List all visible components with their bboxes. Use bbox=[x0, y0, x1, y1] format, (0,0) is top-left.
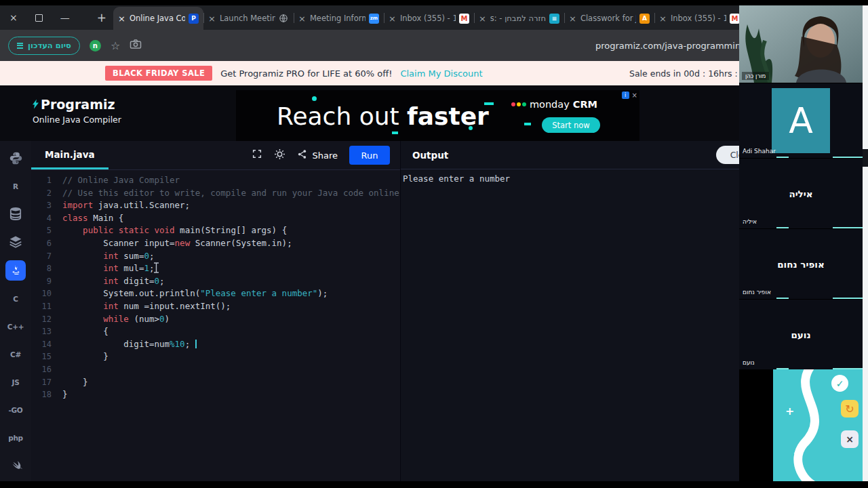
line-number: 7 bbox=[31, 250, 52, 263]
bookmark-star-icon[interactable]: ☆ bbox=[111, 39, 120, 52]
page-scrollbar[interactable] bbox=[863, 5, 868, 481]
code-text: System.out.println("Please enter a numbe… bbox=[62, 287, 328, 300]
tab-close-icon[interactable]: × bbox=[569, 14, 576, 24]
sidebar-item-javascript[interactable]: JS bbox=[5, 373, 26, 392]
window-close-button[interactable]: × bbox=[9, 13, 18, 22]
code-line: 1// Online Java Compiler bbox=[31, 174, 400, 187]
tab-close-icon[interactable]: × bbox=[389, 14, 396, 24]
file-tab-main-java[interactable]: Main.java bbox=[31, 141, 108, 169]
ad-banner[interactable]: Reach out faster mondayCRM Start now i × bbox=[236, 90, 639, 141]
sale-discount-link[interactable]: Claim My Discount bbox=[400, 68, 482, 79]
participant-tile[interactable]: איליהאיליה bbox=[739, 158, 863, 228]
line-number: 10 bbox=[31, 287, 52, 300]
code-line: 6 Scanner input=new Scanner(System.in); bbox=[31, 237, 400, 250]
sidebar-item-go[interactable]: -GO bbox=[5, 401, 26, 420]
line-number: 12 bbox=[31, 313, 52, 326]
ad-info-icon[interactable]: i bbox=[622, 92, 629, 99]
participant-tile[interactable]: נועםנועם bbox=[739, 299, 863, 369]
sidebar-item-html[interactable] bbox=[5, 232, 26, 251]
editor-panel: Main.java Share Run 1// Online Java Comp… bbox=[31, 141, 400, 481]
mouse-ibeam-cursor bbox=[153, 262, 159, 276]
new-tab-button[interactable]: + bbox=[97, 11, 106, 24]
php-icon: php bbox=[8, 434, 23, 442]
share-button[interactable]: Share bbox=[297, 149, 338, 161]
window-minimize-button[interactable]: — bbox=[60, 13, 70, 22]
screenshot-camera-icon[interactable] bbox=[130, 39, 142, 52]
csharp-icon: C# bbox=[10, 350, 21, 359]
browser-tab[interactable]: ×Inbox (355) - 10M bbox=[384, 7, 474, 30]
ad-cta-button[interactable]: Start now bbox=[542, 117, 600, 133]
tab-close-icon[interactable]: × bbox=[659, 14, 667, 24]
close-icon[interactable]: × bbox=[841, 430, 859, 448]
line-number: 1 bbox=[31, 174, 52, 187]
participant-tile[interactable]: AAdi Shahar bbox=[739, 83, 863, 158]
extension-badge[interactable]: n bbox=[90, 40, 101, 52]
site-header: Programiz Online Java Compiler Reach out… bbox=[0, 85, 868, 141]
programiz-logo[interactable]: Programiz Online Java Compiler bbox=[33, 97, 121, 125]
fullscreen-icon[interactable] bbox=[252, 148, 262, 162]
check-icon: ✓ bbox=[831, 375, 848, 392]
tab-label: Launch Meeting bbox=[220, 14, 275, 23]
window-controls: ×— bbox=[0, 5, 79, 30]
tab-close-icon[interactable]: × bbox=[208, 14, 216, 24]
sidebar-item-php[interactable]: php bbox=[5, 428, 26, 447]
top-letterbox bbox=[0, 0, 868, 5]
sidebar-item-swift[interactable] bbox=[5, 456, 26, 475]
tab-close-icon[interactable]: × bbox=[298, 14, 306, 24]
screen: ×— + ×Online Java ConP×Launch Meeting×Me… bbox=[0, 0, 868, 488]
zoom-icon: zm bbox=[369, 14, 379, 24]
code-line: 5 public static void main(String[] args)… bbox=[31, 224, 400, 237]
participant-label: נועם bbox=[743, 359, 755, 366]
ad-brand: mondayCRM bbox=[511, 99, 597, 110]
line-number: 13 bbox=[31, 325, 52, 338]
tab-close-icon[interactable]: × bbox=[479, 14, 486, 24]
participant-tile[interactable]: אופיר נחוםאופיר נחום bbox=[739, 228, 863, 299]
sidebar-item-java[interactable] bbox=[5, 260, 26, 281]
sale-message: Get Programiz PRO for LIFE at 60% off! bbox=[220, 68, 392, 79]
browser-tab[interactable]: ×Meeting Informzm bbox=[294, 7, 384, 30]
ad-close-icon[interactable]: × bbox=[632, 92, 637, 99]
share-label: Share bbox=[312, 150, 338, 161]
window-maximize-button[interactable] bbox=[35, 14, 43, 22]
video-name-tag: מורן כהן bbox=[742, 72, 769, 80]
code-editor[interactable]: 1// Online Java Compiler2// Use this edi… bbox=[31, 169, 400, 481]
database-icon bbox=[9, 207, 22, 222]
ad-decoration bbox=[392, 131, 398, 134]
code-text: int num =input.nextInt(); bbox=[62, 300, 231, 313]
zoom-panel-filler bbox=[739, 369, 773, 481]
sidebar-item-csharp[interactable]: C# bbox=[5, 345, 26, 364]
code-line: 13 { bbox=[31, 325, 400, 338]
webcam-video-tile[interactable]: מורן כהן bbox=[739, 5, 863, 83]
code-text: while (num>0) bbox=[62, 313, 170, 326]
theme-icon[interactable] bbox=[274, 148, 285, 163]
code-text: } bbox=[62, 388, 68, 401]
gmail-icon: M bbox=[730, 14, 740, 24]
refresh-icon[interactable]: ↻ bbox=[841, 400, 859, 418]
browser-tab[interactable]: ×חזרה למבחן - :cs≡ bbox=[474, 7, 564, 30]
language-sidebar: RCC++C#JS-GOphp bbox=[0, 141, 31, 481]
scrollbar-thumb[interactable] bbox=[863, 149, 868, 167]
code-text: Scanner input=new Scanner(System.in); bbox=[62, 237, 292, 250]
code-text: import java.util.Scanner; bbox=[62, 199, 190, 212]
promo-ad-tile[interactable]: + + + ✓ ↻ × bbox=[773, 369, 863, 481]
tab-close-icon[interactable]: × bbox=[118, 14, 125, 24]
browser-tab[interactable]: ×Classwork for JAA bbox=[564, 7, 654, 30]
page-title: Online Java Compiler bbox=[33, 115, 121, 125]
sidebar-item-r[interactable]: R bbox=[5, 177, 26, 196]
sidebar-item-cpp[interactable]: C++ bbox=[5, 317, 26, 336]
webcam-video-image bbox=[739, 5, 863, 83]
run-button[interactable]: Run bbox=[349, 146, 390, 165]
code-text: } bbox=[62, 376, 88, 389]
participant-label: איליה bbox=[743, 218, 757, 225]
globe-icon bbox=[279, 14, 289, 24]
sidebar-item-python[interactable] bbox=[5, 149, 26, 168]
js-icon: JS bbox=[12, 378, 20, 386]
browser-tab[interactable]: ×Launch Meeting bbox=[203, 7, 294, 30]
line-number: 8 bbox=[31, 262, 52, 275]
code-text: int sum=0; bbox=[62, 250, 155, 263]
sidebar-item-sql[interactable] bbox=[5, 205, 26, 224]
extension-pill-button[interactable]: סיום העדכון bbox=[8, 37, 80, 55]
sidebar-item-c[interactable]: C bbox=[5, 289, 26, 308]
browser-tab[interactable]: ×Online Java ConP bbox=[113, 7, 203, 30]
browser-tab[interactable]: ×Inbox (355) - 10M bbox=[654, 7, 745, 30]
